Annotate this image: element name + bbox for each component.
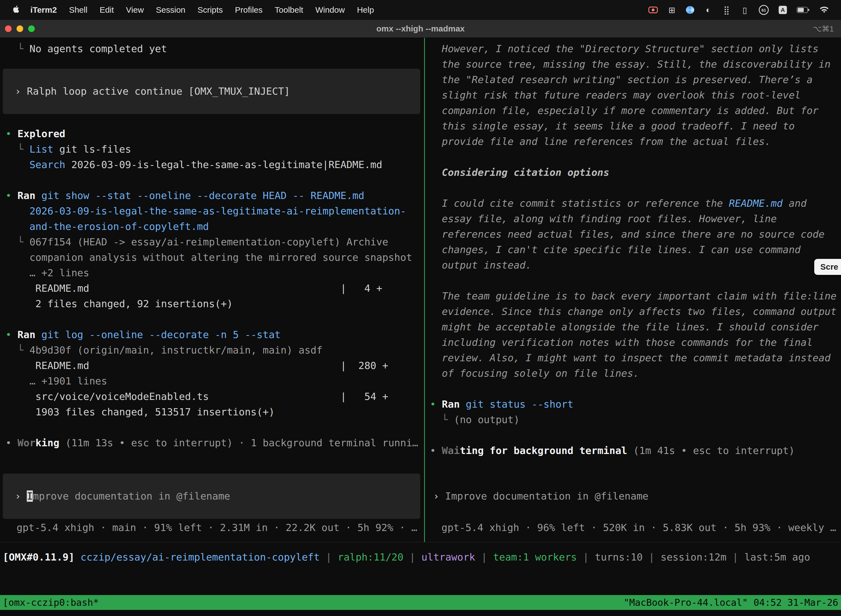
right-prompt-input[interactable]: › Improve documentation in @filename: [428, 474, 837, 519]
terminal-line: [430, 381, 841, 397]
window-tile-icon[interactable]: ⊞: [668, 5, 676, 15]
terminal-line: companion analysis without altering the …: [6, 250, 424, 265]
ralph-loop-banner: › Ralph loop active continue [OMX_TMUX_I…: [3, 69, 420, 114]
text-segment: ultrawork: [421, 551, 475, 563]
left-pane-spacer: [0, 451, 424, 474]
text-segment: session:12m: [661, 551, 726, 563]
text-segment: … +1901 lines: [29, 375, 107, 387]
text-segment: |: [643, 551, 661, 563]
text-segment: |: [320, 551, 338, 563]
menu-profiles[interactable]: Profiles: [229, 5, 268, 14]
text-segment: and: [783, 198, 807, 209]
menu-toolbelt[interactable]: Toolbelt: [269, 5, 309, 14]
text-segment: essay file, along with finding root file…: [442, 213, 777, 224]
window-titlebar[interactable]: omx --xhigh --madmax ⌥⌘1: [0, 20, 841, 38]
terminal-line: 2 files changed, 92 insertions(+): [6, 296, 424, 312]
text-segment: •: [430, 445, 442, 456]
terminal-line: [6, 173, 424, 188]
tmux-window-label[interactable]: [omx-cczip0:bash*: [3, 597, 99, 608]
text-segment: last:5m ago: [744, 551, 810, 563]
terminal-line: • Ran git log --oneline --decorate -n 5 …: [6, 327, 424, 343]
text-segment: I could cite commit statistics or refere…: [442, 198, 729, 209]
text-segment: └: [442, 414, 454, 425]
terminal-line: The team guideline is to back every impo…: [430, 288, 841, 304]
terminal-line: README.md | 280 +: [6, 358, 424, 373]
menu-session[interactable]: Session: [150, 5, 192, 14]
text-segment: •: [6, 437, 18, 449]
text-segment: git ls-files: [53, 144, 131, 155]
apple-menu[interactable]: [7, 5, 24, 15]
screen-record-indicator[interactable]: [648, 7, 658, 13]
menu-view[interactable]: View: [120, 5, 150, 14]
terminal-line: companion file, especially if more comme…: [430, 103, 841, 119]
terminal-line: might be acceptable alongside the file l…: [430, 319, 841, 335]
terminal-line: [6, 420, 424, 435]
close-button[interactable]: [5, 25, 12, 32]
text-segment: king: [35, 437, 59, 449]
terminal-line: └ 067f154 (HEAD -> essay/ai-reimplementa…: [6, 234, 424, 250]
wifi-icon[interactable]: [819, 6, 829, 13]
dots-grid-icon[interactable]: ⣿: [722, 5, 731, 15]
menu-window[interactable]: Window: [309, 5, 351, 14]
terminal-line: └ List git ls-files: [6, 142, 424, 157]
terminal-line: of focusing solely on file lines.: [430, 366, 841, 381]
menu-shell[interactable]: Shell: [63, 5, 94, 14]
text-segment: companion analysis without altering the …: [29, 252, 412, 263]
text-segment: 4b9d30f (origin/main, instructkr/main, m…: [29, 345, 322, 356]
gauge-icon[interactable]: 61: [759, 5, 769, 15]
terminal-line: However, I noticed the "Directory Struct…: [430, 41, 841, 57]
menu-iterm2[interactable]: iTerm2: [24, 5, 63, 14]
terminal-line: • Working (11m 13s • esc to interrupt) ·…: [6, 435, 424, 451]
terminal-line: Search 2026-03-09-is-legal-the-same-as-l…: [6, 157, 424, 173]
text-segment: team:1 workers: [493, 551, 577, 563]
contrast-circle-icon[interactable]: ◐: [704, 5, 712, 15]
battery-icon[interactable]: [797, 7, 810, 13]
text-segment: (no output): [454, 414, 520, 425]
left-pane-head: └ No agents completed yet: [0, 41, 424, 57]
text-segment: review. Also, I might want to inspect th…: [442, 352, 831, 364]
text-segment: •: [430, 399, 442, 410]
prompt-input[interactable]: › Improve documentation in @filename: [3, 474, 420, 519]
terminal-line: [430, 180, 841, 196]
text-segment: and-the-erosion-of-copyleft.md: [29, 221, 209, 232]
minimize-button[interactable]: [16, 25, 23, 32]
terminal-line: the "Related research writing" section i…: [430, 72, 841, 88]
input-source-icon[interactable]: A: [779, 6, 787, 14]
apple-logo-icon: [12, 5, 19, 15]
text-segment: Ralph loop active continue: [27, 85, 188, 97]
text-segment: |: [727, 551, 744, 563]
bottom-strip: [0, 610, 841, 616]
device-icon[interactable]: ▯: [741, 5, 749, 15]
text-segment: •: [6, 190, 18, 201]
text-segment: changes, I can't cite specific file line…: [442, 244, 800, 255]
right-pane-spacer: [425, 458, 841, 474]
text-segment: Wai: [442, 445, 460, 456]
terminal-line: README.md | 4 +: [6, 281, 424, 296]
window-title: omx --xhigh --madmax: [0, 24, 841, 34]
zoom-button[interactable]: [28, 25, 35, 32]
text-segment: No agents completed yet: [29, 43, 167, 54]
text-segment: the "Related research writing" section i…: [442, 74, 813, 85]
terminal-line: and-the-erosion-of-copyleft.md: [6, 219, 424, 234]
menu-edit[interactable]: Edit: [94, 5, 120, 14]
terminal-line: └ 4b9d30f (origin/main, instructkr/main,…: [6, 343, 424, 358]
swirl-icon[interactable]: [686, 6, 694, 14]
text-segment: •: [6, 329, 18, 340]
text-segment: However, I noticed the "Directory Struct…: [442, 43, 818, 54]
menu-scripts[interactable]: Scripts: [192, 5, 229, 14]
terminal-line: [6, 312, 424, 327]
menu-help[interactable]: Help: [351, 5, 380, 14]
text-segment: Wor: [18, 437, 35, 449]
text-segment: └: [18, 144, 29, 155]
text-segment: git status --short: [466, 399, 573, 410]
screen-share-button[interactable]: Scre: [814, 259, 841, 275]
terminal-line: Considering citation options: [430, 165, 841, 180]
terminal-line: references need actual files, and since …: [430, 227, 841, 242]
macos-menubar: iTerm2ShellEditViewSessionScriptsProfile…: [0, 0, 841, 20]
terminal-line: provide file and line references from th…: [430, 134, 841, 149]
terminal-line: • Explored: [6, 126, 424, 142]
terminal-line: └ (no output): [430, 412, 841, 427]
terminal-area: └ No agents completed yet › Ralph loop a…: [0, 38, 841, 542]
menu-items: iTerm2ShellEditViewSessionScriptsProfile…: [24, 5, 380, 15]
text-segment: Considering citation options: [442, 167, 609, 178]
